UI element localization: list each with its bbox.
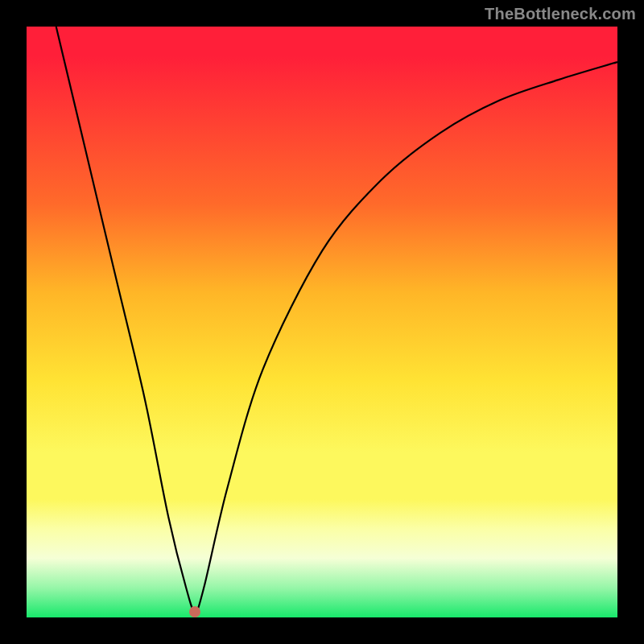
bottleneck-curve [27,27,617,617]
watermark-text: TheBottleneck.com [485,5,636,23]
optimal-point-marker [189,606,200,617]
plot-area [27,27,617,617]
chart-frame: TheBottleneck.com [0,0,644,644]
